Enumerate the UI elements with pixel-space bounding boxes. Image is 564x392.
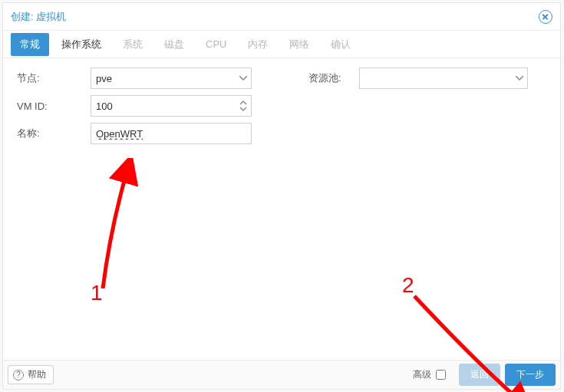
- tab-system: 系统: [114, 33, 152, 56]
- back-button[interactable]: 返回: [459, 364, 500, 386]
- node-field-wrap: [91, 68, 252, 89]
- label-pool: 资源池:: [305, 71, 359, 85]
- advanced-label: 高级: [413, 368, 431, 381]
- label-vmid: VM ID:: [14, 100, 91, 112]
- tab-network: 网络: [280, 33, 318, 56]
- close-icon[interactable]: [539, 10, 552, 24]
- label-name: 名称:: [14, 127, 91, 140]
- tab-disks: 磁盘: [155, 33, 193, 56]
- label-node: 节点:: [14, 71, 91, 85]
- dialog-header: 创建: 虚拟机: [3, 3, 560, 31]
- vmid-input[interactable]: [91, 95, 252, 117]
- dialog-create-vm: 创建: 虚拟机 常规 操作系统 系统 磁盘 CPU 内存 网络 确认 节点:: [2, 2, 561, 390]
- annotation-2-label: 2: [402, 273, 414, 298]
- annotation-1-label: 1: [91, 281, 103, 305]
- pool-field-wrap: [359, 68, 528, 89]
- dialog-footer: ? 帮助 高级 返回 下一步: [3, 360, 560, 389]
- help-button[interactable]: ? 帮助: [8, 365, 54, 384]
- annotation-1: 1: [95, 158, 157, 296]
- tab-strip: 常规 操作系统 系统 磁盘 CPU 内存 网络 确认: [3, 31, 560, 58]
- help-label: 帮助: [28, 368, 46, 381]
- node-select[interactable]: [91, 68, 252, 89]
- name-input[interactable]: [91, 123, 252, 144]
- tab-cpu: CPU: [196, 34, 236, 54]
- vmid-field-wrap: [91, 95, 252, 117]
- tab-memory: 内存: [239, 33, 277, 56]
- form-body: 节点: 资源池: VM: [3, 58, 560, 360]
- advanced-checkbox[interactable]: [436, 370, 446, 380]
- next-button[interactable]: 下一步: [505, 364, 556, 386]
- tab-os[interactable]: 操作系统: [52, 33, 110, 56]
- name-field-wrap: [91, 123, 252, 144]
- tab-confirm: 确认: [322, 33, 360, 56]
- help-icon: ?: [13, 370, 24, 380]
- pool-select[interactable]: [359, 68, 528, 89]
- tab-general[interactable]: 常规: [11, 33, 49, 56]
- advanced-toggle[interactable]: 高级: [413, 367, 448, 382]
- dialog-title: 创建: 虚拟机: [11, 10, 66, 24]
